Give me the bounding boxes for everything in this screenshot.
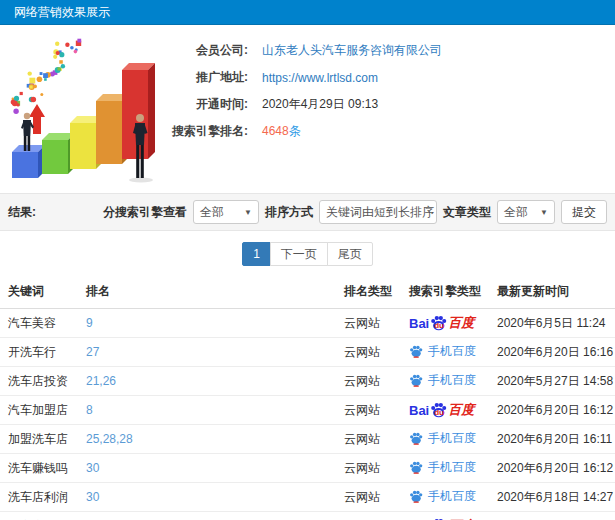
confetti-dots <box>11 39 82 114</box>
pagination: 1 下一页 尾页 <box>0 242 615 266</box>
engine-cell: Bai du 百度 <box>401 396 489 425</box>
keyword-cell: 开洗车行 <box>0 338 78 367</box>
baidu-logo: Bai du 百度 <box>409 401 474 419</box>
rank-cell[interactable]: 25,28,28 <box>78 425 336 454</box>
col-rank-type: 排名类型 <box>336 275 401 309</box>
updated-cell: 2020年6月20日 16:11 <box>489 425 615 454</box>
table-row: 洗车赚钱吗 30 云网站 Bai du 百度 <box>0 454 615 483</box>
keyword-cell: 加盟洗车店 <box>0 425 78 454</box>
rank-cell[interactable]: 27 <box>78 338 336 367</box>
baidu-paw-icon: du <box>430 402 447 418</box>
growth-chart-illustration <box>0 28 162 190</box>
rank-cell[interactable]: 30 <box>78 483 336 512</box>
rank-count-suffix: 条 <box>289 124 301 138</box>
engine-cell: Bai du 百度 <box>401 425 489 454</box>
rank-type-cell: 云网站 <box>336 454 401 483</box>
table-row: 汽车美容 9 云网站 Bai du 百度 <box>0 309 615 338</box>
sort-select[interactable]: 关键词由短到长排序 ▼ <box>319 200 437 224</box>
filter-bar: 结果: 分搜索引擎查看 全部 ▼ 排序方式 关键词由短到长排序 ▼ 文章类型 全… <box>0 193 615 231</box>
updated-cell: 2020年6月20日 16:12 <box>489 454 615 483</box>
article-type-select[interactable]: 全部 ▼ <box>497 200 555 224</box>
top-section: 会员公司: 山东老人头汽车服务咨询有限公司 推广地址: https://www.… <box>0 25 615 193</box>
article-type-label: 文章类型 <box>443 204 491 221</box>
page-title: 网络营销效果展示 <box>14 5 110 19</box>
rank-type-cell: 云网站 <box>336 483 401 512</box>
filter-controls: 分搜索引擎查看 全部 ▼ 排序方式 关键词由短到长排序 ▼ 文章类型 全部 ▼ … <box>103 200 607 224</box>
sort-select-value: 关键词由短到长排序 <box>326 204 434 221</box>
engine-cell: Bai du 百度 <box>401 338 489 367</box>
updated-cell: 2020年5月27日 14:58 <box>489 367 615 396</box>
mobile-baidu-paw-icon <box>409 374 423 387</box>
rank-cell[interactable]: 30 <box>78 454 336 483</box>
updated-cell: 2020年6月20日 16:12 <box>489 396 615 425</box>
engine-filter-label: 分搜索引擎查看 <box>103 204 187 221</box>
mobile-baidu-paw-icon <box>409 432 423 445</box>
rank-cell[interactable]: 8 <box>78 396 336 425</box>
chevron-down-icon: ▼ <box>532 208 548 217</box>
rank-count-value: 4648条 <box>262 123 301 140</box>
table-row: 汽车加盟店 8 云网站 Bai du 百度 <box>0 396 615 425</box>
promo-url-link[interactable]: https://www.lrtlsd.com <box>262 71 378 85</box>
page-1-button[interactable]: 1 <box>242 242 271 266</box>
rank-cell[interactable]: 3 <box>78 512 336 520</box>
updated-cell: 2020年6月18日 14:30 <box>489 512 615 520</box>
table-row: 洗车店利润 30 云网站 Bai du 百度 <box>0 483 615 512</box>
rank-type-cell: 云网站 <box>336 396 401 425</box>
rank-count-label: 搜索引擎排名: <box>162 123 248 140</box>
mobile-baidu-paw-icon <box>409 461 423 474</box>
engine-cell: Bai du 百度 <box>401 454 489 483</box>
mobile-baidu-logo: 手机百度 <box>409 343 476 360</box>
mobile-baidu-logo: 手机百度 <box>409 488 476 505</box>
article-type-select-value: 全部 <box>504 204 528 221</box>
keyword-cell: 汽车美容 <box>0 309 78 338</box>
keyword-cell: 洗车店利润 <box>0 483 78 512</box>
rank-type-cell: 云网站 <box>336 512 401 520</box>
updated-cell: 2020年6月5日 11:24 <box>489 309 615 338</box>
rank-type-cell: 云网站 <box>336 367 401 396</box>
mobile-baidu-paw-icon <box>409 490 423 503</box>
open-time-label: 开通时间: <box>162 96 248 113</box>
mobile-baidu-logo: 手机百度 <box>409 430 476 447</box>
col-updated: 最新更新时间 <box>489 275 615 309</box>
info-row-company: 会员公司: 山东老人头汽车服务咨询有限公司 <box>162 37 615 64</box>
rank-cell[interactable]: 9 <box>78 309 336 338</box>
table-header-row: 关键词 排名 排名类型 搜索引擎类型 最新更新时间 <box>0 275 615 309</box>
rank-count-number: 4648 <box>262 124 289 138</box>
last-page-button[interactable]: 尾页 <box>327 242 373 266</box>
engine-cell: Bai du 百度 <box>401 512 489 520</box>
keyword-cell: 洗车店加盟 <box>0 512 78 520</box>
col-rank: 排名 <box>78 275 336 309</box>
table-row: 洗车店加盟 3 云网站 Bai du 百度 <box>0 512 615 520</box>
keyword-cell: 汽车加盟店 <box>0 396 78 425</box>
updated-cell: 2020年6月18日 14:27 <box>489 483 615 512</box>
table-row: 加盟洗车店 25,28,28 云网站 Bai du 百度 <box>0 425 615 454</box>
mobile-baidu-logo: 手机百度 <box>409 372 476 389</box>
results-table: 关键词 排名 排名类型 搜索引擎类型 最新更新时间 汽车美容 9 云网站 Bai <box>0 275 615 520</box>
baidu-paw-icon: du <box>430 315 447 331</box>
member-info-panel: 会员公司: 山东老人头汽车服务咨询有限公司 推广地址: https://www.… <box>162 25 615 193</box>
info-row-rank-count: 搜索引擎排名: 4648条 <box>162 118 615 145</box>
submit-button[interactable]: 提交 <box>561 200 607 224</box>
engine-select-value: 全部 <box>200 204 224 221</box>
engine-cell: Bai du 百度 <box>401 483 489 512</box>
app-header: 网络营销效果展示 <box>0 0 615 25</box>
rank-cell[interactable]: 21,26 <box>78 367 336 396</box>
info-row-url: 推广地址: https://www.lrtlsd.com <box>162 64 615 91</box>
next-page-button[interactable]: 下一页 <box>270 242 328 266</box>
rank-type-cell: 云网站 <box>336 309 401 338</box>
table-row: 开洗车行 27 云网站 Bai du 百度 <box>0 338 615 367</box>
info-row-opened: 开通时间: 2020年4月29日 09:13 <box>162 91 615 118</box>
keyword-cell: 洗车赚钱吗 <box>0 454 78 483</box>
sort-label: 排序方式 <box>265 204 313 221</box>
result-label: 结果: <box>8 204 36 221</box>
open-time-value: 2020年4月29日 09:13 <box>262 96 378 113</box>
engine-cell: Bai du 百度 <box>401 309 489 338</box>
company-link[interactable]: 山东老人头汽车服务咨询有限公司 <box>262 42 442 59</box>
up-arrow-icon <box>29 104 45 134</box>
col-engine-type: 搜索引擎类型 <box>401 275 489 309</box>
engine-select[interactable]: 全部 ▼ <box>193 200 259 224</box>
baidu-logo: Bai du 百度 <box>409 314 474 332</box>
mobile-baidu-logo: 手机百度 <box>409 459 476 476</box>
promo-url-label: 推广地址: <box>162 69 248 86</box>
mobile-baidu-paw-icon <box>409 345 423 358</box>
